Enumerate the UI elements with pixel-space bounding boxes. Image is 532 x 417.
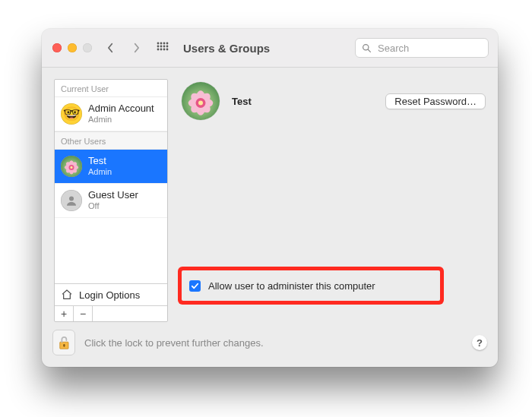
svg-point-20 [70, 166, 72, 169]
pane-body: Current User 🤓 Admin Account Admin Other… [42, 67, 498, 367]
lock-hint-label: Click the lock to prevent further change… [84, 337, 264, 349]
user-name-label: Admin Account [88, 103, 154, 115]
user-avatar[interactable] [182, 82, 220, 120]
avatar-emoji-glasses-icon: 🤓 [61, 103, 82, 125]
close-window-button[interactable] [52, 43, 62, 52]
svg-point-2 [163, 43, 166, 45]
chevron-right-icon [133, 43, 140, 53]
user-detail-header: Test Reset Password… [176, 79, 486, 120]
svg-point-10 [163, 49, 166, 51]
search-input[interactable] [376, 42, 482, 55]
user-name-label: Guest User [88, 190, 138, 201]
login-options-label: Login Options [79, 289, 140, 301]
unlocked-lock-icon [57, 334, 71, 351]
remove-user-button[interactable]: − [74, 306, 93, 321]
back-button[interactable] [101, 38, 119, 58]
search-field[interactable] [355, 38, 489, 58]
help-label: ? [477, 337, 483, 349]
reset-password-button[interactable]: Reset Password… [385, 93, 486, 109]
search-icon [362, 43, 372, 53]
footer: Click the lock to prevent further change… [52, 328, 487, 357]
titlebar: Users & Groups [42, 29, 498, 68]
lock-button[interactable] [52, 330, 75, 355]
login-options-button[interactable]: Login Options [55, 283, 167, 305]
checkmark-icon [191, 282, 199, 290]
window-controls [52, 43, 92, 52]
svg-point-1 [160, 43, 163, 45]
svg-point-28 [198, 101, 203, 106]
chevron-left-icon [107, 43, 114, 53]
grid-icon [157, 42, 169, 54]
avatar-guest-icon [61, 190, 82, 211]
user-role-label: Admin [88, 167, 112, 177]
sidebar-user-test[interactable]: Test Admin [55, 150, 167, 184]
svg-rect-29 [63, 344, 65, 347]
show-all-button[interactable] [154, 39, 171, 56]
svg-point-12 [363, 44, 369, 49]
svg-point-4 [157, 46, 160, 48]
user-detail-panel: Test Reset Password… Allow user to admin… [176, 79, 486, 321]
svg-point-3 [166, 43, 169, 45]
svg-point-5 [160, 46, 163, 48]
pane-title: Users & Groups [183, 42, 270, 55]
user-name-label: Test [88, 156, 112, 167]
sidebar-user-current[interactable]: 🤓 Admin Account Admin [55, 97, 167, 131]
avatar-flower-icon [61, 156, 82, 177]
users-sidebar: Current User 🤓 Admin Account Admin Other… [54, 79, 168, 322]
svg-point-9 [160, 49, 163, 51]
svg-point-0 [157, 43, 160, 45]
user-role-label: Off [88, 201, 138, 211]
svg-point-6 [163, 46, 166, 48]
sidebar-section-current: Current User [55, 80, 167, 97]
sidebar-section-other: Other Users [55, 131, 167, 150]
add-remove-bar: + − [55, 305, 167, 321]
svg-line-13 [368, 49, 370, 52]
user-detail-name: Test [232, 96, 252, 107]
minimize-window-button[interactable] [68, 43, 77, 52]
forward-button[interactable] [127, 38, 145, 58]
sidebar-user-guest[interactable]: Guest User Off [55, 184, 167, 218]
allow-admin-checkbox[interactable] [189, 280, 201, 292]
allow-admin-label: Allow user to administer this computer [208, 280, 375, 292]
preferences-window: Users & Groups Current User 🤓 Admin Acco… [42, 29, 498, 367]
svg-point-21 [69, 196, 74, 201]
svg-point-11 [166, 49, 169, 51]
user-role-label: Admin [88, 115, 154, 125]
zoom-window-button[interactable] [83, 43, 92, 52]
allow-admin-row: Allow user to administer this computer [182, 270, 440, 301]
home-icon [61, 289, 73, 301]
svg-point-7 [166, 46, 169, 48]
help-button[interactable]: ? [472, 335, 487, 350]
add-user-button[interactable]: + [55, 306, 74, 321]
svg-point-8 [157, 49, 160, 51]
